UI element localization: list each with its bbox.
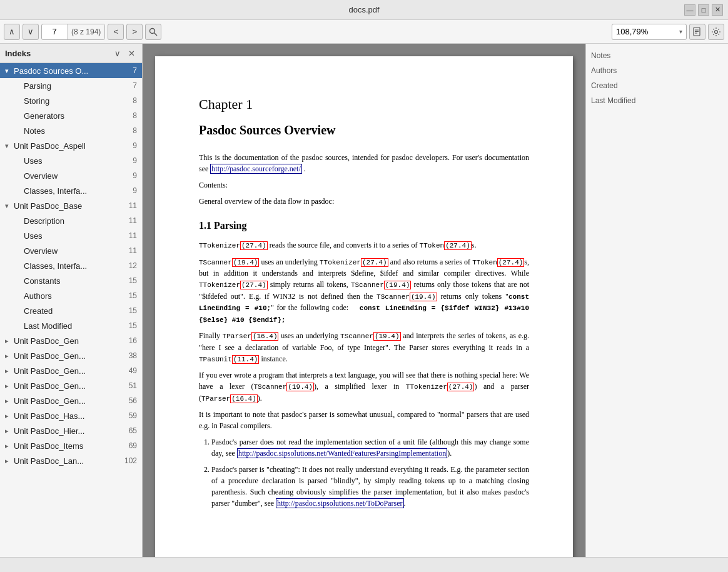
minimize-button[interactable]: — bbox=[684, 4, 695, 16]
sidebar-item-number: 51 bbox=[129, 381, 137, 390]
prev-page-button[interactable]: < bbox=[108, 24, 124, 40]
expand-icon: ▸ bbox=[5, 427, 14, 435]
pdf-intro-period: . bbox=[304, 164, 306, 173]
sidebar-item[interactable]: Created15 bbox=[0, 303, 142, 318]
sidebar-item-number: 15 bbox=[129, 306, 137, 315]
next-page-button[interactable]: > bbox=[126, 24, 143, 40]
pdf-parsing-link[interactable]: http://pasdoc.sipsolutions.net/WantedFea… bbox=[237, 448, 447, 458]
sidebar-item[interactable]: Notes8 bbox=[0, 123, 142, 138]
search-button[interactable] bbox=[145, 24, 161, 40]
sidebar-item-label: Classes, Interfa... bbox=[24, 186, 130, 196]
nav-up-button[interactable]: ∧ bbox=[4, 24, 20, 40]
sidebar-title: Indeks bbox=[5, 49, 31, 58]
settings-button[interactable] bbox=[708, 24, 724, 40]
close-button[interactable]: ✕ bbox=[712, 4, 723, 16]
expand-icon: ▸ bbox=[5, 352, 14, 360]
pdf-contents-label: Contents: bbox=[199, 179, 529, 191]
sidebar-item-number: 7 bbox=[133, 66, 137, 75]
sidebar-item[interactable]: ▸Unit PasDoc_Gen...56 bbox=[0, 393, 142, 408]
sidebar-item-label: Storing bbox=[24, 96, 130, 106]
sidebar-item[interactable]: ▸Unit PasDoc_Hier...65 bbox=[0, 423, 142, 438]
titlebar: docs.pdf — □ ✕ bbox=[0, 0, 728, 20]
sidebar-item[interactable]: ▸Unit PasDoc_Lan...102 bbox=[0, 453, 142, 468]
sidebar-item-label: Constants bbox=[24, 276, 126, 286]
sidebar-item-number: 11 bbox=[129, 231, 137, 240]
sidebar-item[interactable]: Constants15 bbox=[0, 273, 142, 288]
expand-icon: ▾ bbox=[5, 142, 14, 150]
sidebar-item-number: 11 bbox=[129, 246, 137, 255]
pdf-para-2: TScanner(19.4) uses an underlying TToken… bbox=[199, 256, 529, 326]
window-title: docs.pdf bbox=[348, 5, 379, 14]
expand-icon: ▸ bbox=[5, 397, 14, 405]
sidebar-item[interactable]: Authors15 bbox=[0, 288, 142, 303]
sidebar-item[interactable]: ▸Unit PasDoc_Gen16 bbox=[0, 333, 142, 348]
sidebar-item[interactable]: ▸Unit PasDoc_Has...59 bbox=[0, 408, 142, 423]
last-modified-row: Last Modified bbox=[591, 96, 723, 106]
sidebar-item[interactable]: Storing8 bbox=[0, 93, 142, 108]
sidebar-item[interactable]: ▸Unit PasDoc_Gen...49 bbox=[0, 363, 142, 378]
pdf-contents-text: General overview of the data flow in pas… bbox=[199, 196, 529, 207]
main-area: Indeks ∨ ✕ ▾Pasdoc Sources O...7Parsing7… bbox=[0, 44, 728, 557]
sidebar-item-label: Description bbox=[24, 216, 126, 226]
sidebar-item[interactable]: ▾Unit PasDoc_Aspell9 bbox=[0, 138, 142, 153]
sidebar-item-label: Unit PasDoc_Lan... bbox=[14, 456, 122, 466]
sidebar-item-number: 15 bbox=[129, 276, 137, 285]
sidebar-collapse-button[interactable]: ∨ bbox=[112, 48, 123, 59]
sidebar-item[interactable]: ▸Unit PasDoc_Gen...51 bbox=[0, 378, 142, 393]
sidebar-item-label: Uses bbox=[24, 231, 126, 241]
expand-icon: ▸ bbox=[5, 382, 14, 390]
pdf-sourceforge-link[interactable]: http://pasdoc.sourceforge.net/ bbox=[210, 164, 301, 174]
sidebar-item-number: 38 bbox=[129, 351, 137, 360]
pdf-viewer[interactable]: Chapter 1 Pasdoc Sources Overview This i… bbox=[143, 44, 585, 557]
sidebar-item[interactable]: ▸Unit PasDoc_Items69 bbox=[0, 438, 142, 453]
sidebar-item[interactable]: Description11 bbox=[0, 213, 142, 228]
sidebar-item-label: Authors bbox=[24, 291, 126, 301]
pdf-page: Chapter 1 Pasdoc Sources Overview This i… bbox=[155, 56, 573, 557]
properties-section: Notes Authors Created Last Modified bbox=[591, 51, 723, 106]
authors-label: Authors bbox=[591, 66, 723, 75]
pdf-para-3: Finally TParser(16.4) uses an underlying… bbox=[199, 330, 529, 364]
sidebar-item-label: Overview bbox=[24, 246, 126, 256]
sidebar-item-label: Generators bbox=[24, 111, 130, 121]
pdf-chapter-heading: Chapter 1 bbox=[199, 94, 529, 114]
sidebar-item[interactable]: ▸Unit PasDoc_Gen...38 bbox=[0, 348, 142, 363]
expand-icon: ▾ bbox=[5, 202, 14, 210]
sidebar-item-number: 9 bbox=[133, 141, 137, 150]
sidebar-item[interactable]: Generators8 bbox=[0, 108, 142, 123]
sidebar-item[interactable]: Classes, Interfa...12 bbox=[0, 258, 142, 273]
pdf-subsection-1-1: 1.1 Parsing bbox=[199, 218, 529, 233]
sidebar-item-label: Unit PasDoc_Aspell bbox=[14, 141, 130, 151]
sidebar-item-number: 9 bbox=[133, 171, 137, 180]
sidebar-item-number: 15 bbox=[129, 321, 137, 330]
sidebar-item[interactable]: Parsing7 bbox=[0, 78, 142, 93]
sidebar-item[interactable]: Overview9 bbox=[0, 168, 142, 183]
nav-down-button[interactable]: ∨ bbox=[23, 24, 39, 40]
sidebar: Indeks ∨ ✕ ▾Pasdoc Sources O...7Parsing7… bbox=[0, 44, 143, 557]
sidebar-item[interactable]: Uses11 bbox=[0, 228, 142, 243]
sidebar-item-number: 12 bbox=[129, 261, 137, 270]
page-number-input[interactable] bbox=[42, 27, 67, 36]
pdf-todo-link[interactable]: http://pasdoc.sipsolutions.net/ToDoParse… bbox=[276, 498, 403, 508]
sidebar-item-number: 8 bbox=[133, 111, 137, 120]
sidebar-item[interactable]: Overview11 bbox=[0, 243, 142, 258]
sidebar-item-number: 16 bbox=[129, 336, 137, 345]
sidebar-item-number: 11 bbox=[129, 201, 137, 210]
sidebar-item-label: Uses bbox=[24, 156, 130, 166]
document-icon bbox=[692, 27, 702, 37]
sidebar-item[interactable]: Last Modified15 bbox=[0, 318, 142, 333]
sidebar-item[interactable]: Uses9 bbox=[0, 153, 142, 168]
expand-icon: ▸ bbox=[5, 367, 14, 375]
sidebar-item-label: Classes, Interfa... bbox=[24, 261, 126, 271]
sidebar-item[interactable]: ▾Pasdoc Sources O...7 bbox=[0, 63, 142, 78]
sidebar-close-button[interactable]: ✕ bbox=[126, 48, 137, 59]
maximize-button[interactable]: □ bbox=[698, 4, 709, 16]
zoom-dropdown-icon[interactable]: ▾ bbox=[679, 28, 682, 35]
sidebar-item[interactable]: ▾Unit PasDoc_Base11 bbox=[0, 198, 142, 213]
right-panel: Notes Authors Created Last Modified bbox=[585, 44, 728, 557]
sidebar-item-label: Last Modified bbox=[24, 321, 126, 331]
sidebar-item-number: 8 bbox=[133, 126, 137, 135]
settings-icon bbox=[711, 27, 721, 37]
document-properties-button[interactable] bbox=[689, 24, 705, 40]
sidebar-item[interactable]: Classes, Interfa...9 bbox=[0, 183, 142, 198]
sidebar-item-number: 69 bbox=[129, 441, 137, 450]
